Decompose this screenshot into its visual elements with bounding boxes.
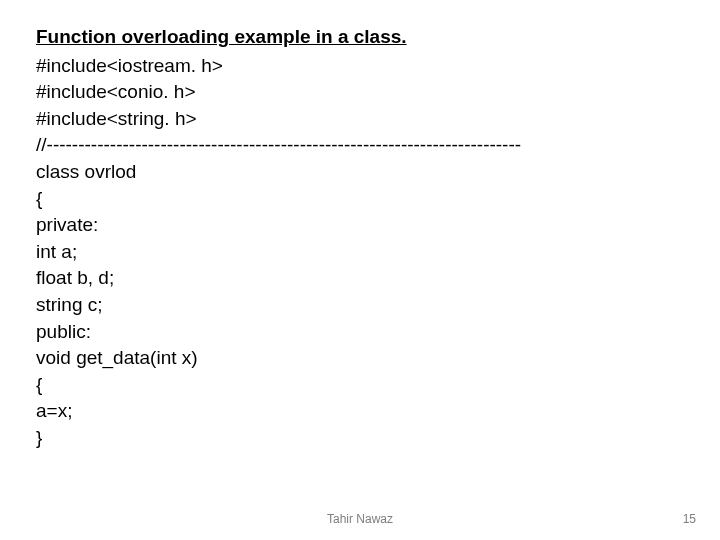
- code-line: //--------------------------------------…: [36, 132, 684, 159]
- code-line: }: [36, 425, 684, 452]
- code-line: public:: [36, 319, 684, 346]
- code-line: string c;: [36, 292, 684, 319]
- code-line: #include<string. h>: [36, 106, 684, 133]
- code-line: a=x;: [36, 398, 684, 425]
- footer-page-number: 15: [683, 512, 696, 526]
- slide-title: Function overloading example in a class.: [36, 24, 684, 51]
- code-line: #include<iostream. h>: [36, 53, 684, 80]
- code-line: class ovrlod: [36, 159, 684, 186]
- code-line: void get_data(int x): [36, 345, 684, 372]
- code-line: {: [36, 372, 684, 399]
- code-line: #include<conio. h>: [36, 79, 684, 106]
- slide: Function overloading example in a class.…: [0, 0, 720, 540]
- footer-author: Tahir Nawaz: [0, 512, 720, 526]
- code-line: private:: [36, 212, 684, 239]
- code-line: {: [36, 186, 684, 213]
- code-line: int a;: [36, 239, 684, 266]
- code-line: float b, d;: [36, 265, 684, 292]
